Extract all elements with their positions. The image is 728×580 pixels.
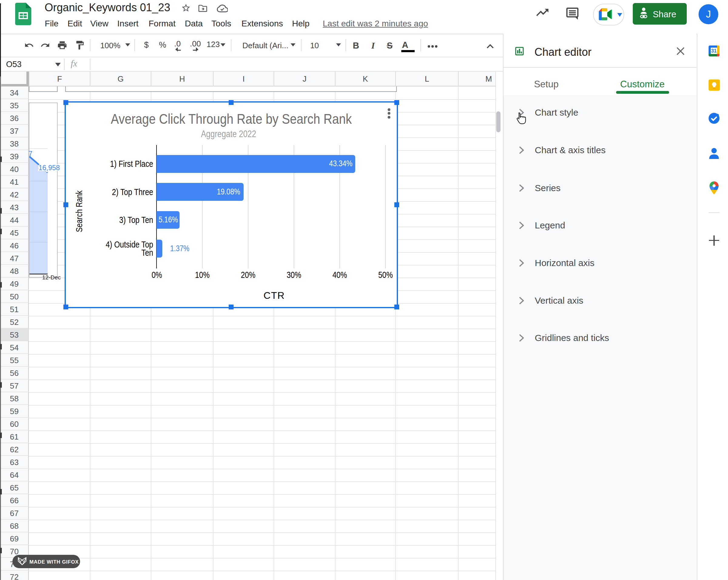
svg-text:31: 31	[711, 48, 717, 53]
svg-text:16,958: 16,958	[38, 164, 60, 172]
svg-text:7: 7	[28, 150, 32, 158]
svg-text:12-Dec: 12-Dec	[42, 274, 61, 281]
